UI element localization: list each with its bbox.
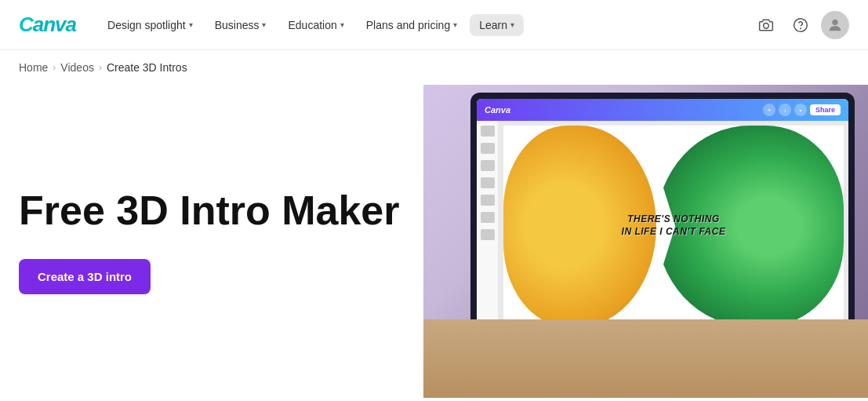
canva-editor: Canva + ↓ • Share <box>477 99 848 345</box>
chevron-down-icon: ▾ <box>510 20 514 29</box>
nav-label-learn: Learn <box>479 19 507 31</box>
breadcrumb-home[interactable]: Home <box>19 61 48 74</box>
sidebar-icon-1 <box>481 126 495 137</box>
nav-icons <box>752 11 849 39</box>
nav-item-plans-pricing[interactable]: Plans and pricing ▾ <box>357 14 467 36</box>
editor-topbar: Canva + ↓ • Share <box>477 99 848 121</box>
create-3d-intro-button[interactable]: Create a 3D intro <box>19 259 151 294</box>
svg-point-3 <box>832 19 837 24</box>
nav-label-education: Education <box>288 19 336 31</box>
sidebar-icon-5 <box>481 195 495 206</box>
hero-title: Free 3D Intro Maker <box>19 188 405 233</box>
canva-logo[interactable]: Canva <box>19 13 76 37</box>
table-surface <box>423 319 868 398</box>
camera-icon-button[interactable] <box>752 11 780 39</box>
svg-point-1 <box>794 18 808 31</box>
editor-body: THERE'S NOTHING IN LIFE I CAN'T FACE <box>477 121 848 331</box>
editor-icon: + <box>763 104 775 116</box>
design-text: THERE'S NOTHING IN LIFE I CAN'T FACE <box>622 213 726 238</box>
breadcrumb-videos[interactable]: Videos <box>60 61 94 74</box>
logo-text: C <box>19 13 33 36</box>
svg-point-0 <box>764 23 769 28</box>
editor-more-icon: • <box>794 104 807 116</box>
nav-label-design-spotlight: Design spotlight <box>107 19 186 31</box>
sidebar-icon-2 <box>481 143 495 154</box>
breadcrumb-separator: › <box>53 62 56 73</box>
design-canvas: THERE'S NOTHING IN LIFE I CAN'T FACE <box>503 126 844 326</box>
nav-item-learn[interactable]: Learn ▾ <box>470 14 524 36</box>
design-text-line2: IN LIFE I CAN'T FACE <box>622 226 726 239</box>
nav-label-business: Business <box>215 19 260 31</box>
hero-section: Free 3D Intro Maker Create a 3D intro <box>0 85 423 398</box>
chevron-down-icon: ▾ <box>453 20 457 29</box>
nav-item-business[interactable]: Business ▾ <box>205 14 276 36</box>
logo-text-rest: anva <box>33 13 76 36</box>
nav-item-education[interactable]: Education ▾ <box>278 14 353 36</box>
chevron-down-icon: ▾ <box>340 20 344 29</box>
editor-logo: Canva <box>485 105 510 115</box>
editor-topbar-actions: + ↓ • Share <box>763 104 841 116</box>
editor-share-button[interactable]: Share <box>810 104 841 115</box>
editor-sidebar <box>477 121 499 331</box>
laptop-screen-outer: Canva + ↓ • Share <box>470 93 855 352</box>
breadcrumb: Home › Videos › Create 3D Intros <box>0 50 868 85</box>
sidebar-icon-7 <box>481 229 495 240</box>
sidebar-icon-3 <box>481 160 495 171</box>
chevron-down-icon: ▾ <box>262 20 266 29</box>
breadcrumb-separator: › <box>99 62 102 73</box>
chevron-down-icon: ▾ <box>189 20 193 29</box>
hero-image: Canva + ↓ • Share <box>423 85 868 398</box>
sidebar-icon-6 <box>481 212 495 223</box>
avatar[interactable] <box>821 11 849 39</box>
nav-label-plans-pricing: Plans and pricing <box>366 19 450 31</box>
breadcrumb-current: Create 3D Intros <box>107 61 187 74</box>
help-icon-button[interactable] <box>786 11 815 39</box>
editor-download-icon: ↓ <box>779 104 791 116</box>
nav-item-design-spotlight[interactable]: Design spotlight ▾ <box>98 14 202 36</box>
laptop-screen-inner: Canva + ↓ • Share <box>477 99 848 345</box>
design-text-line1: THERE'S NOTHING <box>622 213 726 226</box>
editor-canvas: THERE'S NOTHING IN LIFE I CAN'T FACE <box>499 121 848 331</box>
main-content: Free 3D Intro Maker Create a 3D intro Ca… <box>0 85 868 398</box>
sidebar-icon-4 <box>481 177 495 188</box>
navigation: Canva Design spotlight ▾ Business ▾ Educ… <box>0 0 868 50</box>
